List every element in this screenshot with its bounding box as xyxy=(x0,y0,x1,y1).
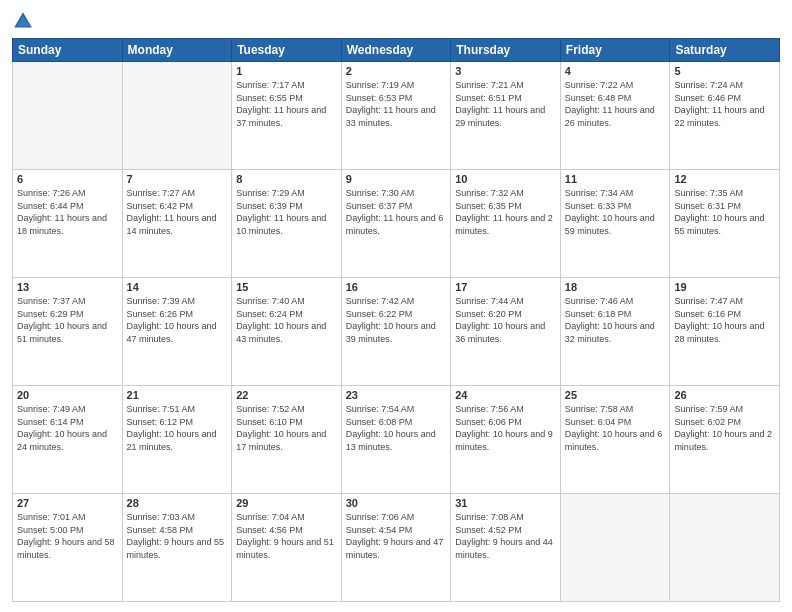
calendar-cell: 31Sunrise: 7:08 AM Sunset: 4:52 PM Dayli… xyxy=(451,494,561,602)
calendar-week-5: 27Sunrise: 7:01 AM Sunset: 5:00 PM Dayli… xyxy=(13,494,780,602)
day-info: Sunrise: 7:39 AM Sunset: 6:26 PM Dayligh… xyxy=(127,295,228,345)
calendar-week-3: 13Sunrise: 7:37 AM Sunset: 6:29 PM Dayli… xyxy=(13,278,780,386)
day-number: 13 xyxy=(17,281,118,293)
calendar-cell: 25Sunrise: 7:58 AM Sunset: 6:04 PM Dayli… xyxy=(560,386,670,494)
day-info: Sunrise: 7:58 AM Sunset: 6:04 PM Dayligh… xyxy=(565,403,666,453)
day-number: 24 xyxy=(455,389,556,401)
calendar-table: SundayMondayTuesdayWednesdayThursdayFrid… xyxy=(12,38,780,602)
day-number: 5 xyxy=(674,65,775,77)
calendar-cell xyxy=(670,494,780,602)
day-info: Sunrise: 7:01 AM Sunset: 5:00 PM Dayligh… xyxy=(17,511,118,561)
day-info: Sunrise: 7:52 AM Sunset: 6:10 PM Dayligh… xyxy=(236,403,337,453)
day-number: 9 xyxy=(346,173,447,185)
day-number: 1 xyxy=(236,65,337,77)
day-number: 18 xyxy=(565,281,666,293)
day-info: Sunrise: 7:46 AM Sunset: 6:18 PM Dayligh… xyxy=(565,295,666,345)
day-number: 14 xyxy=(127,281,228,293)
day-info: Sunrise: 7:32 AM Sunset: 6:35 PM Dayligh… xyxy=(455,187,556,237)
calendar-cell xyxy=(560,494,670,602)
header xyxy=(12,10,780,32)
weekday-header-saturday: Saturday xyxy=(670,39,780,62)
day-number: 11 xyxy=(565,173,666,185)
weekday-header-thursday: Thursday xyxy=(451,39,561,62)
day-number: 26 xyxy=(674,389,775,401)
calendar-cell: 22Sunrise: 7:52 AM Sunset: 6:10 PM Dayli… xyxy=(232,386,342,494)
weekday-header-tuesday: Tuesday xyxy=(232,39,342,62)
calendar-cell: 27Sunrise: 7:01 AM Sunset: 5:00 PM Dayli… xyxy=(13,494,123,602)
day-info: Sunrise: 7:42 AM Sunset: 6:22 PM Dayligh… xyxy=(346,295,447,345)
calendar-cell: 29Sunrise: 7:04 AM Sunset: 4:56 PM Dayli… xyxy=(232,494,342,602)
calendar-cell: 13Sunrise: 7:37 AM Sunset: 6:29 PM Dayli… xyxy=(13,278,123,386)
calendar-cell: 14Sunrise: 7:39 AM Sunset: 6:26 PM Dayli… xyxy=(122,278,232,386)
day-number: 29 xyxy=(236,497,337,509)
day-info: Sunrise: 7:40 AM Sunset: 6:24 PM Dayligh… xyxy=(236,295,337,345)
calendar-cell xyxy=(13,62,123,170)
day-number: 21 xyxy=(127,389,228,401)
day-number: 31 xyxy=(455,497,556,509)
calendar-cell: 15Sunrise: 7:40 AM Sunset: 6:24 PM Dayli… xyxy=(232,278,342,386)
weekday-header-friday: Friday xyxy=(560,39,670,62)
calendar-week-2: 6Sunrise: 7:26 AM Sunset: 6:44 PM Daylig… xyxy=(13,170,780,278)
day-number: 17 xyxy=(455,281,556,293)
day-number: 6 xyxy=(17,173,118,185)
calendar-cell: 26Sunrise: 7:59 AM Sunset: 6:02 PM Dayli… xyxy=(670,386,780,494)
calendar-cell: 9Sunrise: 7:30 AM Sunset: 6:37 PM Daylig… xyxy=(341,170,451,278)
calendar-cell: 21Sunrise: 7:51 AM Sunset: 6:12 PM Dayli… xyxy=(122,386,232,494)
weekday-header-wednesday: Wednesday xyxy=(341,39,451,62)
day-number: 28 xyxy=(127,497,228,509)
day-info: Sunrise: 7:34 AM Sunset: 6:33 PM Dayligh… xyxy=(565,187,666,237)
day-info: Sunrise: 7:59 AM Sunset: 6:02 PM Dayligh… xyxy=(674,403,775,453)
calendar-cell: 20Sunrise: 7:49 AM Sunset: 6:14 PM Dayli… xyxy=(13,386,123,494)
calendar-cell: 23Sunrise: 7:54 AM Sunset: 6:08 PM Dayli… xyxy=(341,386,451,494)
day-info: Sunrise: 7:08 AM Sunset: 4:52 PM Dayligh… xyxy=(455,511,556,561)
day-number: 27 xyxy=(17,497,118,509)
day-info: Sunrise: 7:27 AM Sunset: 6:42 PM Dayligh… xyxy=(127,187,228,237)
day-info: Sunrise: 7:24 AM Sunset: 6:46 PM Dayligh… xyxy=(674,79,775,129)
day-info: Sunrise: 7:21 AM Sunset: 6:51 PM Dayligh… xyxy=(455,79,556,129)
day-number: 16 xyxy=(346,281,447,293)
day-info: Sunrise: 7:47 AM Sunset: 6:16 PM Dayligh… xyxy=(674,295,775,345)
day-number: 25 xyxy=(565,389,666,401)
calendar-cell: 18Sunrise: 7:46 AM Sunset: 6:18 PM Dayli… xyxy=(560,278,670,386)
day-number: 4 xyxy=(565,65,666,77)
day-info: Sunrise: 7:56 AM Sunset: 6:06 PM Dayligh… xyxy=(455,403,556,453)
day-info: Sunrise: 7:54 AM Sunset: 6:08 PM Dayligh… xyxy=(346,403,447,453)
day-info: Sunrise: 7:19 AM Sunset: 6:53 PM Dayligh… xyxy=(346,79,447,129)
calendar-cell: 30Sunrise: 7:06 AM Sunset: 4:54 PM Dayli… xyxy=(341,494,451,602)
day-info: Sunrise: 7:04 AM Sunset: 4:56 PM Dayligh… xyxy=(236,511,337,561)
calendar-cell: 19Sunrise: 7:47 AM Sunset: 6:16 PM Dayli… xyxy=(670,278,780,386)
weekday-header-row: SundayMondayTuesdayWednesdayThursdayFrid… xyxy=(13,39,780,62)
calendar-cell: 12Sunrise: 7:35 AM Sunset: 6:31 PM Dayli… xyxy=(670,170,780,278)
day-info: Sunrise: 7:26 AM Sunset: 6:44 PM Dayligh… xyxy=(17,187,118,237)
calendar-cell: 4Sunrise: 7:22 AM Sunset: 6:48 PM Daylig… xyxy=(560,62,670,170)
calendar-cell: 28Sunrise: 7:03 AM Sunset: 4:58 PM Dayli… xyxy=(122,494,232,602)
calendar-week-1: 1Sunrise: 7:17 AM Sunset: 6:55 PM Daylig… xyxy=(13,62,780,170)
calendar-cell: 10Sunrise: 7:32 AM Sunset: 6:35 PM Dayli… xyxy=(451,170,561,278)
calendar-cell: 1Sunrise: 7:17 AM Sunset: 6:55 PM Daylig… xyxy=(232,62,342,170)
calendar-cell: 17Sunrise: 7:44 AM Sunset: 6:20 PM Dayli… xyxy=(451,278,561,386)
day-info: Sunrise: 7:03 AM Sunset: 4:58 PM Dayligh… xyxy=(127,511,228,561)
day-number: 30 xyxy=(346,497,447,509)
day-info: Sunrise: 7:35 AM Sunset: 6:31 PM Dayligh… xyxy=(674,187,775,237)
calendar-cell: 8Sunrise: 7:29 AM Sunset: 6:39 PM Daylig… xyxy=(232,170,342,278)
calendar-cell: 2Sunrise: 7:19 AM Sunset: 6:53 PM Daylig… xyxy=(341,62,451,170)
day-info: Sunrise: 7:17 AM Sunset: 6:55 PM Dayligh… xyxy=(236,79,337,129)
day-info: Sunrise: 7:06 AM Sunset: 4:54 PM Dayligh… xyxy=(346,511,447,561)
day-number: 12 xyxy=(674,173,775,185)
day-info: Sunrise: 7:30 AM Sunset: 6:37 PM Dayligh… xyxy=(346,187,447,237)
calendar-week-4: 20Sunrise: 7:49 AM Sunset: 6:14 PM Dayli… xyxy=(13,386,780,494)
day-number: 2 xyxy=(346,65,447,77)
day-info: Sunrise: 7:37 AM Sunset: 6:29 PM Dayligh… xyxy=(17,295,118,345)
day-number: 19 xyxy=(674,281,775,293)
page: SundayMondayTuesdayWednesdayThursdayFrid… xyxy=(0,0,792,612)
logo-icon xyxy=(12,10,34,32)
day-number: 15 xyxy=(236,281,337,293)
day-number: 10 xyxy=(455,173,556,185)
calendar-cell: 24Sunrise: 7:56 AM Sunset: 6:06 PM Dayli… xyxy=(451,386,561,494)
day-number: 7 xyxy=(127,173,228,185)
calendar-cell: 16Sunrise: 7:42 AM Sunset: 6:22 PM Dayli… xyxy=(341,278,451,386)
day-number: 3 xyxy=(455,65,556,77)
day-number: 22 xyxy=(236,389,337,401)
logo xyxy=(12,10,38,32)
day-info: Sunrise: 7:29 AM Sunset: 6:39 PM Dayligh… xyxy=(236,187,337,237)
